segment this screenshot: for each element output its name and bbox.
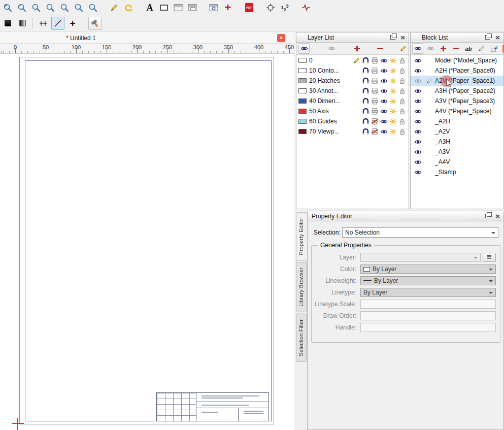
show-all-blocks-button[interactable] xyxy=(412,43,423,54)
eye-icon[interactable] xyxy=(414,138,422,146)
layer-row[interactable]: 70 Viewp... xyxy=(296,126,409,137)
tab-property-editor[interactable]: Property Editor xyxy=(296,212,307,260)
block-row[interactable]: _A2H xyxy=(411,116,503,126)
magnet-icon[interactable] xyxy=(362,128,369,136)
lock-icon[interactable] xyxy=(398,77,406,85)
block-row[interactable]: _A3H xyxy=(411,137,503,147)
hide-all-blocks-button[interactable] xyxy=(425,43,436,54)
pdf-export-button[interactable]: PDF xyxy=(243,1,256,14)
lock-icon[interactable] xyxy=(398,87,406,95)
layer-row[interactable]: 20 Hatches xyxy=(296,76,409,86)
eye-icon[interactable] xyxy=(414,148,422,156)
lock-icon[interactable] xyxy=(398,118,406,125)
tab-selection-filter[interactable]: Selection Filter xyxy=(296,314,307,362)
layer-row[interactable]: 60 Guides xyxy=(296,116,409,126)
tab-library-browser[interactable]: Library Browser xyxy=(296,262,307,312)
solid-fill-button[interactable] xyxy=(1,17,14,30)
drawing-canvas[interactable] xyxy=(0,54,294,430)
eye-icon[interactable] xyxy=(380,128,388,136)
eye-icon[interactable] xyxy=(414,158,422,166)
block-row-selected[interactable]: A2V (*Paper_Space1) xyxy=(411,76,503,86)
magnet-icon[interactable] xyxy=(362,57,369,64)
layer-row[interactable]: 10 Conto... xyxy=(296,65,409,76)
zoom-pan-button[interactable] xyxy=(72,1,85,14)
insert-block-button[interactable] xyxy=(488,43,499,54)
zoom-selection-button[interactable] xyxy=(86,1,99,14)
add-viewport-button[interactable]: + xyxy=(221,1,234,14)
rectangle-tool-button[interactable] xyxy=(157,1,171,14)
sun-icon[interactable] xyxy=(389,67,397,75)
printer-disabled-icon[interactable] xyxy=(371,128,379,136)
sun-icon[interactable] xyxy=(389,118,397,125)
printer-disabled-icon[interactable] xyxy=(371,118,379,125)
viewport-shape-button[interactable] xyxy=(207,1,220,14)
block-row[interactable]: A4V (*Paper_Space) xyxy=(411,106,503,116)
layer-row[interactable]: 0 xyxy=(296,55,409,65)
layer-row[interactable]: 30 Annot... xyxy=(296,86,409,96)
printer-icon[interactable] xyxy=(371,108,379,115)
eye-icon[interactable] xyxy=(414,57,422,64)
magnet-icon[interactable] xyxy=(362,67,369,75)
eye-icon[interactable] xyxy=(380,57,388,64)
float-panel-icon[interactable] xyxy=(485,214,490,218)
eye-icon[interactable] xyxy=(414,97,422,105)
document-close-button[interactable]: × xyxy=(277,34,285,42)
eye-icon[interactable] xyxy=(414,169,422,176)
eye-icon[interactable] xyxy=(380,118,388,125)
lock-icon[interactable] xyxy=(398,57,406,64)
lock-icon[interactable] xyxy=(398,128,406,136)
close-panel-icon[interactable]: × xyxy=(494,213,501,219)
eye-icon[interactable] xyxy=(414,108,422,115)
close-panel-icon[interactable]: × xyxy=(494,34,501,41)
lock-icon[interactable] xyxy=(398,97,406,105)
block-row[interactable]: _A4V xyxy=(411,157,503,167)
printer-icon[interactable] xyxy=(371,87,379,95)
layer-row[interactable]: 40 Dimen... xyxy=(296,96,409,106)
eye-icon[interactable] xyxy=(380,77,388,85)
eye-icon[interactable] xyxy=(414,77,422,85)
sun-icon[interactable] xyxy=(389,87,397,95)
printer-icon[interactable] xyxy=(371,97,379,105)
eye-icon[interactable] xyxy=(414,87,422,95)
remove-layer-button[interactable] xyxy=(375,43,386,54)
eye-icon[interactable] xyxy=(414,67,422,75)
sun-icon[interactable] xyxy=(389,128,397,136)
block-row[interactable]: _A3V xyxy=(411,147,503,157)
block-row[interactable]: A3H (*Paper_Space2) xyxy=(411,86,503,96)
zoom-previous-button[interactable] xyxy=(44,1,57,14)
add-layer-button[interactable] xyxy=(352,43,363,54)
printer-icon[interactable] xyxy=(371,67,379,75)
sun-icon[interactable] xyxy=(389,77,397,85)
printer-icon[interactable] xyxy=(371,77,379,85)
center-mark-button[interactable] xyxy=(264,1,277,14)
sun-icon[interactable] xyxy=(389,57,397,64)
tools-button[interactable] xyxy=(88,17,102,30)
gradient-fill-button[interactable] xyxy=(16,17,29,30)
line-tool-button[interactable] xyxy=(51,17,64,30)
block-row[interactable]: A2H (*Paper_Space0) xyxy=(411,65,503,76)
spacing-tool-button[interactable] xyxy=(37,17,50,30)
block-row[interactable]: A3V (*Paper_Space3) xyxy=(411,96,503,106)
magnet-icon[interactable] xyxy=(362,108,369,115)
edit-tool-button[interactable] xyxy=(108,1,121,14)
rename-block-button[interactable]: ab xyxy=(463,43,474,54)
document-tab-title[interactable]: * Untitled 1 xyxy=(66,35,96,42)
block-row[interactable]: Model (*Model_Space) xyxy=(411,55,503,65)
magnet-icon[interactable] xyxy=(362,118,369,125)
sun-icon[interactable] xyxy=(389,108,397,115)
viewport-copy-button[interactable] xyxy=(186,1,199,14)
lock-icon[interactable] xyxy=(398,67,406,75)
close-block-edit-button[interactable]: × xyxy=(501,43,504,54)
text-tool-button[interactable]: A xyxy=(143,1,156,14)
edit-layer-button[interactable] xyxy=(397,43,409,54)
zoom-in-button[interactable]: + xyxy=(1,1,14,14)
show-all-layers-button[interactable] xyxy=(298,43,310,54)
remove-block-button[interactable] xyxy=(450,43,461,54)
close-panel-icon[interactable]: × xyxy=(399,34,407,41)
polyline-wave-button[interactable] xyxy=(299,1,313,14)
add-block-button[interactable] xyxy=(438,43,449,54)
eye-icon[interactable] xyxy=(380,97,388,105)
eye-icon[interactable] xyxy=(380,108,388,115)
edit-block-button[interactable] xyxy=(476,43,487,54)
zoom-window-button[interactable] xyxy=(58,1,71,14)
